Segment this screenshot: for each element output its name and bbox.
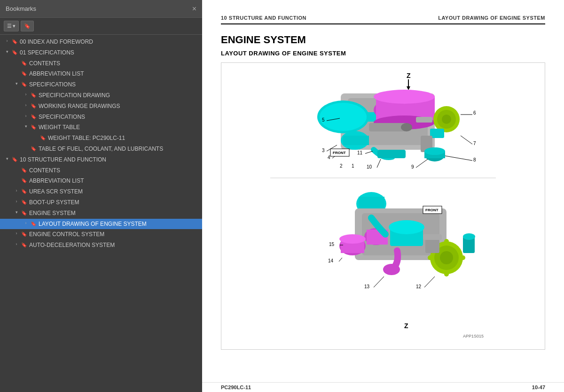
item-label: CONTENTS [29, 167, 200, 175]
expand-arrow: › [4, 38, 10, 44]
expand-arrow: › [13, 231, 20, 237]
svg-text:APP1S015: APP1S015 [463, 334, 484, 338]
expand-icon: ☰ [7, 23, 12, 29]
tree-item-item-weight-table[interactable]: ▾🔖WEIGHT TABLE [0, 122, 202, 133]
left-panel: Bookmarks × ☰ ▾ 🔖 ›🔖00 INDEX AND FOREWOR… [0, 0, 202, 392]
bookmark-icon: 🔖 [21, 242, 27, 248]
tree-item-item-working-range[interactable]: ›🔖WORKING RANGE DRAWINGS [0, 101, 202, 112]
bookmark-icon: 🔖 [21, 231, 27, 238]
item-label: 00 INDEX AND FOREWORD [20, 38, 200, 46]
expand-arrow: › [23, 102, 29, 108]
tree-item-item-engine-control[interactable]: ›🔖ENGINE CONTROL SYSTEM [0, 229, 202, 240]
svg-text:1: 1 [352, 163, 354, 169]
item-label: 10 STRUCTURE AND FUNCTION [20, 156, 200, 164]
item-label: LAYOUT DRAWING OF ENGINE SYSTEM [39, 220, 200, 228]
bookmarks-header: Bookmarks × [0, 0, 202, 18]
tree-item-item-specifications[interactable]: ▾🔖SPECIFICATIONS [0, 79, 202, 90]
svg-point-64 [444, 239, 449, 244]
bookmark-icon: 🔖 [11, 156, 18, 163]
page-header-left: 10 STRUCTURE AND FUNCTION [221, 15, 306, 21]
svg-rect-69 [423, 234, 442, 240]
page-footer: PC290LC-11 10-47 [202, 382, 564, 392]
tree-item-item-contents-2[interactable]: 🔖CONTENTS [0, 165, 202, 176]
tree-item-item-abbrev-2[interactable]: 🔖ABBREVIATION LIST [0, 176, 202, 186]
expand-all-button[interactable]: ☰ ▾ [4, 21, 19, 31]
tree-item-item-engine-system[interactable]: ▾🔖ENGINE SYSTEM [0, 208, 202, 219]
bookmark-icon: 🔖 [21, 188, 27, 195]
svg-point-57 [339, 234, 366, 244]
item-label: TABLE OF FUEL, COOLANT, AND LUBRICANTS [39, 145, 200, 153]
expand-arrow: › [23, 92, 29, 98]
svg-line-39 [365, 151, 373, 154]
svg-rect-15 [343, 136, 369, 145]
item-label: BOOT-UP SYSTEM [29, 199, 200, 207]
svg-text:13: 13 [364, 284, 370, 289]
tree-item-item-specifications-2[interactable]: ›🔖SPECIFICATIONS [0, 112, 202, 123]
section-subtitle: LAYOUT DRAWING OF ENGINE SYSTEM [221, 50, 545, 57]
tree-item-item-boot-up[interactable]: ›🔖BOOT-UP SYSTEM [0, 197, 202, 208]
bookmark-icon: 🔖 [30, 114, 37, 120]
toolbar: ☰ ▾ 🔖 [0, 18, 202, 35]
tree-item-item-spec-drawing[interactable]: ›🔖SPECIFICATION DRAWING [0, 90, 202, 101]
bookmark-icon: 🔖 [30, 103, 37, 109]
item-label: SPECIFICATION DRAWING [39, 92, 200, 100]
svg-text:7: 7 [473, 141, 476, 146]
expand-arrow: › [23, 220, 29, 226]
svg-text:3: 3 [322, 148, 325, 153]
tree-item-item-weight-table-pc[interactable]: 🔖WEIGHT TABLE: PC290LC-11 [0, 133, 202, 144]
bookmark-icon: 🔖 [21, 60, 27, 67]
svg-text:5: 5 [322, 117, 325, 123]
page-footer-left: PC290LC-11 [221, 384, 251, 390]
expand-arrow: ▾ [23, 123, 29, 130]
tree-item-item-urea-scr[interactable]: ›🔖UREA SCR SYSTEM [0, 186, 202, 197]
bookmark-icon: 🔖 [21, 199, 27, 206]
item-label: WEIGHT TABLE: PC290LC-11 [48, 134, 200, 142]
page-header: 10 STRUCTURE AND FUNCTION LAYOUT DRAWING… [221, 15, 545, 24]
item-label: ABBREVIATION LIST [29, 177, 200, 185]
bookmark-button[interactable]: 🔖 [21, 21, 34, 31]
svg-text:11: 11 [357, 150, 363, 155]
page-footer-right: 10-47 [532, 384, 545, 390]
bookmark-icon: 🔖 [11, 38, 18, 45]
page-header-right: LAYOUT DRAWING OF ENGINE SYSTEM [438, 15, 545, 21]
bookmark-icon: 🔖 [21, 210, 27, 216]
svg-text:8: 8 [473, 157, 476, 162]
pdf-page: 10 STRUCTURE AND FUNCTION LAYOUT DRAWING… [202, 0, 564, 382]
tree-item-item-01-spec[interactable]: ▾🔖01 SPECIFICATIONS [0, 47, 202, 58]
tree-item-item-auto-decel[interactable]: ›🔖AUTO-DECELERATION SYSTEM [0, 240, 202, 251]
close-button[interactable]: × [192, 5, 196, 13]
bookmark-icon: 🔖 [30, 221, 37, 227]
svg-text:12: 12 [416, 284, 422, 289]
expand-arrow: › [23, 113, 29, 119]
tree-item-item-00-index[interactable]: ›🔖00 INDEX AND FOREWORD [0, 37, 202, 47]
tree-item-item-layout-drawing[interactable]: ›🔖LAYOUT DRAWING OF ENGINE SYSTEM [0, 219, 202, 230]
expand-arrow: ▾ [4, 156, 10, 162]
item-label: 01 SPECIFICATIONS [20, 49, 200, 57]
tree-item-item-10-structure[interactable]: ▾🔖10 STRUCTURE AND FUNCTION [0, 154, 202, 165]
bookmark-tree[interactable]: ›🔖00 INDEX AND FOREWORD▾🔖01 SPECIFICATIO… [0, 35, 202, 392]
bookmark-icon: 🔖 [24, 23, 31, 29]
svg-marker-2 [407, 86, 410, 90]
right-panel: 10 STRUCTURE AND FUNCTION LAYOUT DRAWING… [202, 0, 564, 392]
tree-item-item-abbrev-1[interactable]: 🔖ABBREVIATION LIST [0, 69, 202, 79]
svg-point-67 [461, 255, 465, 260]
svg-text:14: 14 [328, 258, 334, 263]
svg-line-34 [416, 159, 428, 168]
item-label: WORKING RANGE DRAWINGS [39, 102, 200, 110]
bookmark-icon: 🔖 [21, 167, 27, 174]
tree-item-item-fuel-table[interactable]: 🔖TABLE OF FUEL, COOLANT, AND LUBRICANTS [0, 144, 202, 154]
svg-point-65 [444, 272, 449, 277]
section-title: ENGINE SYSTEM [221, 34, 545, 46]
bookmark-icon: 🔖 [30, 146, 37, 152]
svg-text:FRONT: FRONT [425, 208, 439, 212]
svg-point-32 [424, 147, 445, 155]
svg-point-6 [320, 103, 367, 131]
item-label: ENGINE CONTROL SYSTEM [29, 231, 200, 238]
diagram-box: Z [226, 68, 540, 345]
svg-text:10: 10 [367, 164, 372, 169]
expand-arrow: › [13, 199, 20, 205]
expand-arrow: ▾ [13, 81, 20, 87]
svg-text:2: 2 [340, 163, 343, 169]
tree-item-item-contents-1[interactable]: 🔖CONTENTS [0, 58, 202, 69]
item-label: WEIGHT TABLE [39, 123, 200, 131]
